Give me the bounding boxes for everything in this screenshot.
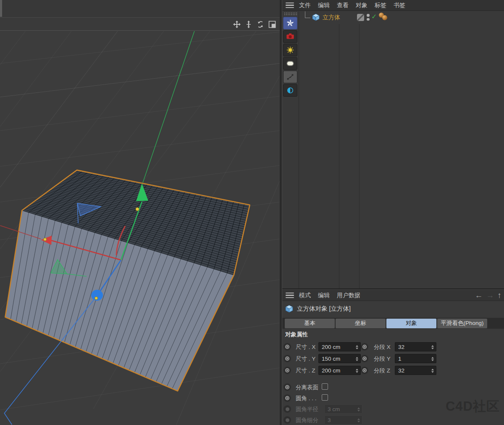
cube-object-icon[interactable] <box>312 13 320 23</box>
separate-surfaces-checkbox[interactable] <box>322 383 328 390</box>
object-title: 立方体对象 [立方体] <box>297 305 351 313</box>
menu-bookmarks[interactable]: 书签 <box>394 2 405 9</box>
menu-file[interactable]: 文件 <box>299 2 311 9</box>
keyframe-dot[interactable] <box>284 383 291 391</box>
viewport-panel <box>0 0 280 425</box>
menu-icon[interactable] <box>286 3 294 8</box>
size-z-input[interactable]: 200 cm <box>318 366 361 375</box>
object-manager-menubar: 文件 编辑 查看 对象 标签 书签 <box>282 0 504 11</box>
palette-edge <box>0 0 2 17</box>
size-y-input[interactable]: 150 cm <box>318 354 361 363</box>
camera-icon[interactable] <box>283 30 297 43</box>
property-row-separate-surfaces: 分离表面 <box>282 383 504 392</box>
property-row-fillet-subdivision: 圆角细分 3 <box>282 415 504 425</box>
menu-objects[interactable]: 对象 <box>356 2 368 9</box>
keyframe-dot[interactable] <box>284 367 291 374</box>
viewport-top-strip <box>0 0 280 18</box>
cinema4d-window: 文件 编辑 查看 对象 标签 书签 <box>0 0 504 425</box>
property-label: 分离表面 <box>296 384 318 391</box>
menu-edit[interactable]: 编辑 <box>318 2 330 9</box>
enabled-check-icon[interactable]: ✓ <box>371 13 377 21</box>
fillet-checkbox[interactable] <box>322 394 328 401</box>
attribute-menubar: 模式 编辑 用户数据 ← → ↑ <box>282 290 504 301</box>
object-manager: 文件 编辑 查看 对象 标签 书签 <box>282 0 504 288</box>
keyframe-dot[interactable] <box>284 394 291 402</box>
property-row-size-x: 尺寸 . X 200 cm 分段 X 32 <box>282 342 504 351</box>
tab-object[interactable]: 对象 <box>386 319 436 328</box>
attribute-tabs: 基本 坐标 对象 平滑着色(Phong) <box>282 318 504 329</box>
property-label: 圆角细分 <box>296 417 318 424</box>
toggle-view-icon[interactable] <box>268 20 276 29</box>
glow-tube-icon[interactable] <box>283 57 297 70</box>
layer-tag-icon[interactable] <box>357 14 364 21</box>
keyframe-dot[interactable] <box>284 355 291 362</box>
up-arrow-icon[interactable]: ↑ <box>498 291 502 299</box>
stepper[interactable] <box>354 354 360 364</box>
rotate-view-icon[interactable] <box>256 20 265 29</box>
keyframe-dot[interactable] <box>361 343 368 351</box>
menu-edit[interactable]: 编辑 <box>318 292 330 299</box>
om-column-divider <box>339 24 339 288</box>
tab-basic[interactable]: 基本 <box>285 319 335 328</box>
segments-x-input[interactable]: 32 <box>395 342 436 351</box>
attribute-title-row: 立方体对象 [立方体] <box>285 304 351 313</box>
tab-coordinates[interactable]: 坐标 <box>336 319 386 328</box>
menu-icon[interactable] <box>286 293 294 298</box>
size-x-input[interactable]: 200 cm <box>318 342 361 351</box>
viewport-canvas[interactable] <box>0 31 280 425</box>
stepper[interactable] <box>354 343 360 352</box>
om-column-divider <box>359 24 360 288</box>
watermark: C4D社区 <box>446 398 500 415</box>
stepper <box>356 416 361 425</box>
property-row-size-y: 尺寸 . Y 150 cm 分段 Y 1 <box>282 354 504 363</box>
drag-grip[interactable] <box>284 12 297 16</box>
tree-connector <box>305 11 310 18</box>
menu-tags[interactable]: 标签 <box>375 2 386 9</box>
spline-node-icon[interactable] <box>283 71 297 83</box>
menu-view[interactable]: 查看 <box>337 2 349 9</box>
contrast-icon[interactable] <box>283 84 297 97</box>
right-panel: 文件 编辑 查看 对象 标签 书签 <box>282 0 504 425</box>
stepper[interactable] <box>354 366 360 375</box>
viewport-nav-controls <box>232 20 276 29</box>
menu-mode[interactable]: 模式 <box>299 292 311 299</box>
object-row-cube[interactable]: 立方体 ✓ <box>299 12 504 23</box>
history-nav: ← → ↑ <box>475 291 502 299</box>
phong-tag-icon[interactable] <box>379 12 389 21</box>
stepper[interactable] <box>430 366 435 375</box>
object-name-label[interactable]: 立方体 <box>323 14 340 21</box>
back-arrow-icon[interactable]: ← <box>475 291 483 299</box>
fillet-subdivision-input: 3 <box>324 415 362 425</box>
menu-userdata[interactable]: 用户数据 <box>337 292 360 299</box>
property-label: 圆角 . . . <box>296 395 317 402</box>
keyframe-dot[interactable] <box>361 367 368 374</box>
stepper[interactable] <box>430 354 435 364</box>
fillet-radius-input: 3 cm <box>324 404 362 414</box>
keyframe-dot[interactable] <box>361 355 368 362</box>
segments-y-input[interactable]: 1 <box>395 354 436 363</box>
property-label: 尺寸 . Y <box>296 355 315 363</box>
keyframe-dot[interactable] <box>284 343 291 351</box>
forward-arrow-icon[interactable]: → <box>486 291 494 299</box>
pan-view-icon[interactable] <box>232 20 241 29</box>
segments-z-input[interactable]: 32 <box>395 366 436 375</box>
object-manager-toolstrip <box>283 11 298 98</box>
spinner-tool-icon[interactable] <box>283 17 297 29</box>
property-label: 分段 X <box>374 343 391 351</box>
z-handle-dot[interactable] <box>95 297 98 300</box>
sun-light-icon[interactable] <box>283 44 297 56</box>
visibility-dots-icon[interactable] <box>367 14 370 21</box>
y-handle-dot[interactable] <box>136 208 139 211</box>
tab-phong[interactable]: 平滑着色(Phong) <box>437 319 487 328</box>
keyframe-dot-disabled <box>284 405 291 413</box>
zoom-view-icon[interactable] <box>244 20 253 29</box>
stepper[interactable] <box>430 343 435 352</box>
om-strip-divider <box>299 11 299 288</box>
property-row-size-z: 尺寸 . Z 200 cm 分段 Z 32 <box>282 366 504 375</box>
property-label: 尺寸 . X <box>296 343 315 351</box>
viewport-titlebar <box>0 18 280 31</box>
cube-object[interactable] <box>5 170 249 391</box>
cube-object-icon <box>285 304 294 313</box>
x-handle-dot[interactable] <box>44 238 47 241</box>
keyframe-dot-disabled <box>284 416 291 424</box>
